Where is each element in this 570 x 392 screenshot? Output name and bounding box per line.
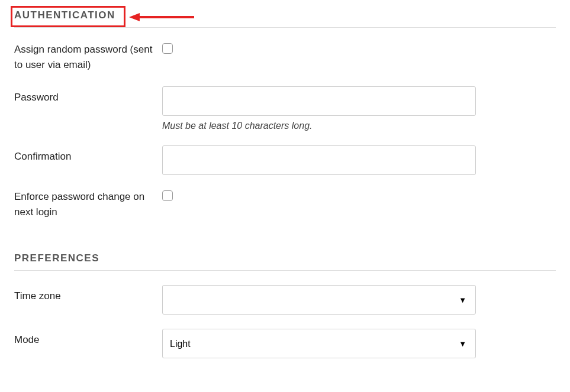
checkbox-enforce-password-change[interactable] [162, 190, 173, 201]
label-enforce-password-change: Enforce password change on next login [14, 189, 162, 219]
row-enforce-password-change: Enforce password change on next login [14, 189, 556, 219]
section-header-preferences: PREFERENCES [14, 243, 556, 271]
input-confirmation[interactable] [162, 145, 476, 175]
label-confirmation: Confirmation [14, 145, 162, 164]
select-mode[interactable]: Light [162, 329, 476, 358]
checkbox-assign-random-password[interactable] [162, 43, 173, 54]
row-assign-random-password: Assign random password (sent to user via… [14, 42, 556, 72]
row-mode: Mode Light ▼ [14, 329, 556, 358]
section-header-authentication: AUTHENTICATION [14, 0, 556, 28]
row-confirmation: Confirmation [14, 145, 556, 175]
select-timezone[interactable] [162, 285, 476, 315]
input-password[interactable] [162, 86, 476, 116]
help-text-password: Must be at least 10 characters long. [162, 121, 476, 131]
label-timezone: Time zone [14, 285, 162, 304]
row-timezone: Time zone ▼ [14, 285, 556, 315]
label-assign-random-password: Assign random password (sent to user via… [14, 42, 162, 72]
label-mode: Mode [14, 329, 162, 348]
row-password: Password Must be at least 10 characters … [14, 86, 556, 131]
label-password: Password [14, 86, 162, 105]
